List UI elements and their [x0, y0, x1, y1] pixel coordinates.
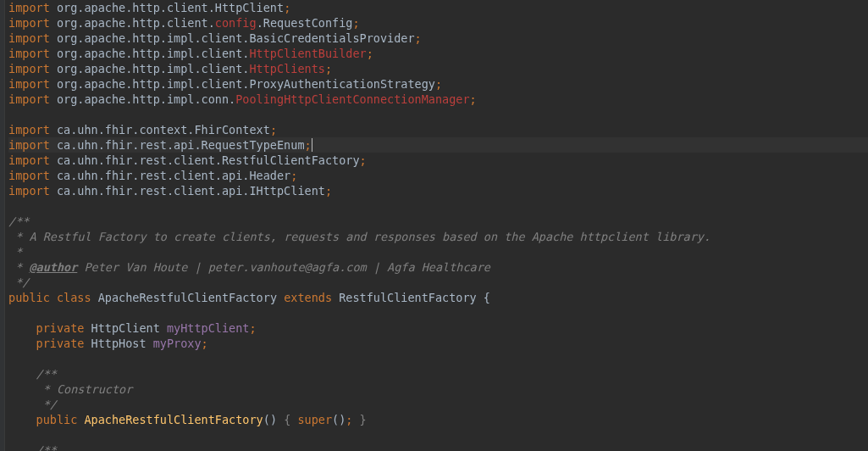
token-kw: import: [8, 184, 50, 198]
token-punct: ;: [325, 62, 332, 75]
token-kw: public: [36, 413, 85, 426]
code-line[interactable]: public ApacheRestfulClientFactory() { su…: [8, 412, 868, 427]
token-field: myHttpClient: [167, 321, 250, 335]
code-line[interactable]: [8, 107, 868, 122]
token-kw: import: [8, 169, 50, 182]
code-line[interactable]: /**: [8, 443, 868, 451]
code-line[interactable]: * A Restful Factory to create clients, r…: [8, 229, 868, 244]
gutter: [0, 0, 5, 451]
token-punct: ;: [352, 16, 359, 30]
code-line[interactable]: /**: [8, 214, 868, 229]
code-line[interactable]: [8, 351, 868, 366]
token-dim: [8, 321, 36, 335]
token-dim: (): [332, 413, 346, 426]
token-kw: import: [8, 16, 50, 30]
token-punct: ;: [284, 1, 290, 14]
token-dim: ca.uhn.fhir.rest.client.RestfulClientFac…: [50, 153, 360, 167]
token-comment: Peter Van Houte | peter.vanhoute@agfa.co…: [77, 260, 490, 274]
token-kw: private: [36, 337, 91, 350]
token-kw: import: [8, 1, 50, 14]
code-line[interactable]: import org.apache.http.impl.conn.Pooling…: [8, 92, 868, 107]
code-line[interactable]: import ca.uhn.fhir.rest.client.RestfulCl…: [8, 153, 868, 168]
token-kw: import: [8, 92, 50, 106]
code-line[interactable]: import org.apache.http.client.HttpClient…: [8, 0, 868, 15]
token-dim: [8, 443, 36, 451]
token-classdecl: RestfulClientFactory: [339, 291, 484, 304]
token-unres: HttpClients: [249, 62, 324, 75]
token-dim: org.apache.http.impl.client.: [50, 47, 250, 60]
code-line[interactable]: import ca.uhn.fhir.context.FhirContext;: [8, 122, 868, 137]
token-unres: PoolingHttpClientConnectionManager: [235, 92, 469, 106]
token-dim: {: [484, 291, 490, 304]
token-dim: [8, 367, 36, 381]
token-punct: ;: [250, 321, 257, 335]
code-line[interactable]: [8, 427, 868, 443]
code-line[interactable]: private HttpHost myProxy;: [8, 336, 868, 351]
token-dim: org.apache.http.impl.conn.: [50, 92, 235, 106]
token-unres: config: [215, 16, 257, 30]
token-comment: */: [36, 398, 57, 411]
token-punct: ;: [470, 92, 477, 106]
code-line[interactable]: import ca.uhn.fhir.rest.api.RequestTypeE…: [8, 137, 868, 153]
token-kw: public: [8, 291, 57, 304]
token-punct: ;: [305, 138, 312, 152]
token-fold: {: [284, 413, 297, 426]
token-dim: org.apache.http.impl.client.BasicCredent…: [50, 31, 415, 45]
token-punct: ;: [325, 184, 332, 198]
token-dim: [8, 337, 36, 350]
code-line[interactable]: /**: [8, 366, 868, 381]
code-line[interactable]: *: [8, 244, 868, 259]
token-methodname: ApacheRestfulClientFactory: [84, 413, 263, 426]
code-line[interactable]: private HttpClient myHttpClient;: [8, 320, 868, 336]
code-line[interactable]: */: [8, 275, 868, 290]
code-line[interactable]: * Constructor: [8, 381, 868, 397]
token-kw: import: [8, 138, 50, 152]
code-line[interactable]: import ca.uhn.fhir.rest.client.api.IHttp…: [8, 183, 868, 198]
text-caret: [312, 138, 312, 152]
token-dim: org.apache.http.impl.client.: [50, 62, 250, 75]
token-comment: * A Restful Factory to create clients, r…: [8, 230, 710, 243]
token-dim: ca.uhn.fhir.context.FhirContext: [50, 123, 270, 136]
code-line[interactable]: import org.apache.http.impl.client.Basic…: [8, 31, 868, 46]
token-punct: ;: [290, 169, 297, 182]
token-field: myProxy: [153, 337, 202, 350]
token-comment: /**: [8, 214, 29, 228]
token-kw: class: [57, 291, 98, 304]
token-unres: HttpClientBuilder: [249, 47, 366, 60]
token-kw: import: [8, 31, 50, 45]
token-classname: HttpClient: [91, 321, 167, 335]
token-kw: import: [8, 62, 50, 75]
code-line[interactable]: import org.apache.http.impl.client.Proxy…: [8, 76, 868, 92]
token-punct: ;: [270, 123, 277, 136]
token-dim: org.apache.http.client.: [50, 16, 215, 30]
code-line[interactable]: import org.apache.http.impl.client.HttpC…: [8, 61, 868, 76]
code-line[interactable]: */: [8, 397, 868, 412]
token-doctag: @author: [29, 260, 77, 274]
token-comment: /**: [36, 443, 57, 451]
token-comment: *: [8, 245, 22, 259]
code-line[interactable]: import ca.uhn.fhir.rest.client.api.Heade…: [8, 168, 868, 183]
token-dim: [8, 382, 36, 396]
token-punct: ;: [367, 47, 373, 60]
code-line[interactable]: import org.apache.http.client.config.Req…: [8, 15, 868, 31]
code-line[interactable]: import org.apache.http.impl.client.HttpC…: [8, 46, 868, 61]
token-kw: import: [8, 153, 50, 167]
token-comment: * Constructor: [36, 382, 133, 396]
token-kw: import: [8, 123, 50, 136]
token-punct: ;: [415, 31, 422, 45]
code-line[interactable]: [8, 198, 868, 214]
token-fold: }: [360, 413, 367, 426]
token-comment: *: [8, 260, 29, 274]
token-punct: ;: [346, 413, 359, 426]
code-line[interactable]: public class ApacheRestfulClientFactory …: [8, 290, 868, 305]
token-kw: private: [36, 321, 91, 335]
token-punct: ;: [360, 153, 367, 167]
token-dim: [8, 413, 36, 426]
code-area[interactable]: import org.apache.http.client.HttpClient…: [0, 0, 868, 451]
code-line[interactable]: * @author Peter Van Houte | peter.vanhou…: [8, 259, 868, 275]
token-dim: ca.uhn.fhir.rest.client.api.Header: [50, 169, 290, 182]
token-kw: import: [8, 47, 50, 60]
token-dim: .RequestConfig: [257, 16, 353, 30]
token-dim: [8, 398, 36, 411]
code-line[interactable]: [8, 305, 868, 320]
